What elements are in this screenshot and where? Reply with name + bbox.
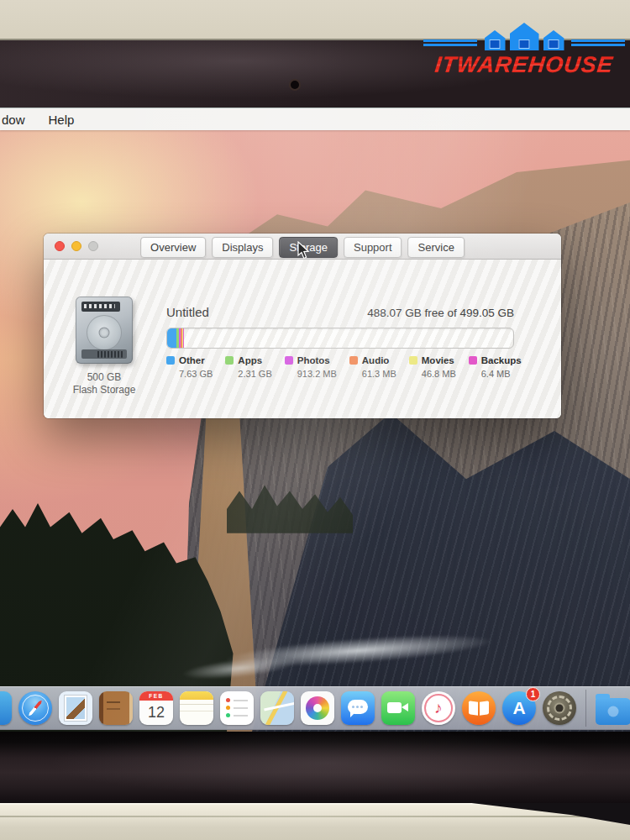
tab-support[interactable]: Support <box>344 237 402 258</box>
legend-audio: Audio 61.3 MB <box>349 355 396 379</box>
photos-swatch <box>285 356 293 365</box>
legend-other: Other 7.63 GB <box>166 355 213 379</box>
ibooks-icon[interactable] <box>462 691 496 725</box>
dock: FEB 12 ♪ A 1 <box>0 686 630 730</box>
menu-item-help[interactable]: Help <box>49 113 75 127</box>
bar-segment-other <box>167 328 176 348</box>
volume-name: Untitled <box>166 305 209 319</box>
menu-item-window[interactable]: dow <box>2 113 25 127</box>
brand-wordmark: ITWAREHOUSE <box>433 52 614 78</box>
legend-backups: Backups 6.4 MB <box>469 355 522 379</box>
free-space-text: 488.07 GB free of 499.05 GB <box>367 307 514 319</box>
itwarehouse-watermark: ITWAREHOUSE <box>423 22 625 78</box>
app-store-icon[interactable]: A 1 <box>502 691 536 725</box>
facetime-icon[interactable] <box>381 691 415 725</box>
notes-icon[interactable] <box>180 691 213 725</box>
tab-displays[interactable]: Displays <box>212 237 273 258</box>
movies-swatch <box>409 356 417 365</box>
photos-icon[interactable] <box>301 691 334 725</box>
minimize-button[interactable] <box>71 241 81 251</box>
hard-drive-icon <box>76 297 133 364</box>
downloads-folder-icon[interactable] <box>596 698 630 725</box>
itunes-icon[interactable]: ♪ <box>422 691 455 725</box>
close-button[interactable] <box>55 241 65 251</box>
laptop-photo: ITWAREHOUSE dow Help <box>0 0 630 840</box>
messages-icon[interactable] <box>341 691 375 725</box>
bar-segment-backups <box>183 328 184 348</box>
menu-bar: dow Help <box>0 108 630 130</box>
audio-swatch <box>349 356 358 365</box>
finder-icon[interactable] <box>0 691 12 725</box>
dock-separator <box>585 690 586 727</box>
apps-swatch <box>225 356 234 365</box>
window-titlebar[interactable]: Overview Displays Storage Support Servic… <box>44 234 561 260</box>
reminders-icon[interactable] <box>220 691 254 725</box>
backups-swatch <box>469 356 477 365</box>
app-store-badge: 1 <box>526 687 540 701</box>
mouse-cursor-icon <box>297 241 310 260</box>
storage-usage-bar <box>166 328 514 349</box>
disk-capacity-label: 500 GB Flash Storage <box>57 371 151 396</box>
desktop-wallpaper: Overview Displays Storage Support Servic… <box>0 130 630 732</box>
disk-column: 500 GB Flash Storage <box>57 297 151 396</box>
warehouse-houses-icon <box>423 22 625 50</box>
system-preferences-icon[interactable] <box>543 691 576 725</box>
calendar-icon[interactable]: FEB 12 <box>139 691 173 725</box>
tab-overview[interactable]: Overview <box>140 237 206 258</box>
webcam-dot <box>291 81 299 89</box>
mail-icon[interactable] <box>59 691 92 725</box>
safari-icon[interactable] <box>18 691 52 725</box>
laptop-screen: dow Help Overview <box>0 108 630 732</box>
maps-icon[interactable] <box>260 691 294 725</box>
tab-service[interactable]: Service <box>408 237 465 258</box>
about-this-mac-window: Overview Displays Storage Support Servic… <box>44 234 561 418</box>
laptop-bottom-bezel <box>0 731 630 803</box>
traffic-lights <box>55 241 98 251</box>
storage-legend: Other 7.63 GB Apps 2.31 GB Photos 913.2 … <box>166 355 522 379</box>
legend-photos: Photos 913.2 MB <box>285 355 337 379</box>
contacts-icon[interactable] <box>99 691 133 725</box>
other-swatch <box>166 356 175 365</box>
legend-apps: Apps 2.31 GB <box>225 355 271 379</box>
legend-movies: Movies 46.8 MB <box>409 355 456 379</box>
zoom-button-disabled <box>88 241 98 251</box>
storage-pane: 500 GB Flash Storage Untitled 488.07 GB … <box>44 260 561 418</box>
